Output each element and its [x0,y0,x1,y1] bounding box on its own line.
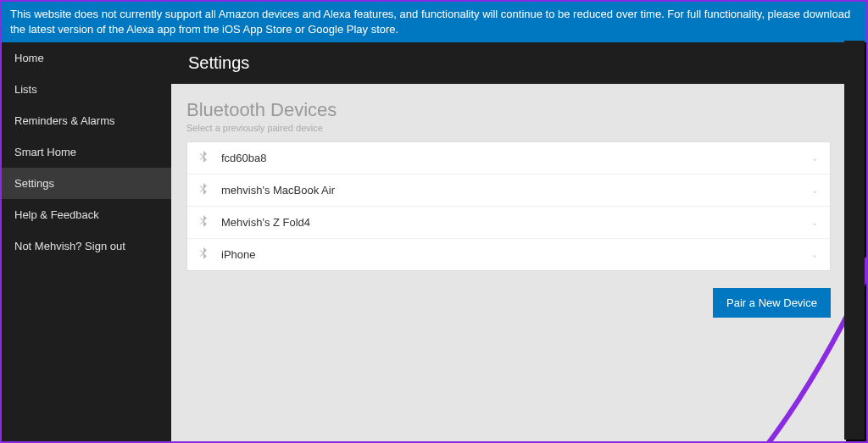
chevron-down-icon: ⌄ [811,186,818,195]
right-gutter [844,41,865,440]
bluetooth-icon [199,151,208,165]
sidebar-item-signout[interactable]: Not Mehvish? Sign out [2,230,171,262]
section-title: Bluetooth Devices [186,99,831,121]
warning-banner-text: This website does not currently support … [10,8,850,36]
sidebar-item-settings[interactable]: Settings [2,168,171,199]
sidebar-item-label: Home [14,52,44,64]
device-row[interactable]: iPhone ⌄ [187,239,830,270]
sidebar-item-lists[interactable]: Lists [2,74,171,105]
pair-button-label: Pair a New Device [726,296,817,309]
chevron-down-icon: ⌄ [811,153,818,163]
device-row[interactable]: fcd60ba8 ⌄ [187,142,830,174]
page-header: Settings [171,42,846,84]
device-list: fcd60ba8 ⌄ mehvish's MacBook Air ⌄ Mehvi… [186,141,831,271]
device-name: Mehvish's Z Fold4 [221,216,811,229]
device-name: mehvish's MacBook Air [221,184,811,197]
sidebar-item-label: Not Mehvish? Sign out [14,240,125,252]
bluetooth-icon [199,215,208,230]
sidebar: Home Lists Reminders & Alarms Smart Home… [2,42,171,443]
device-name: fcd60ba8 [221,152,811,164]
section-subtitle: Select a previously paired device [186,123,831,133]
sidebar-item-label: Smart Home [14,146,76,158]
content-area: Bluetooth Devices Select a previously pa… [171,84,846,443]
sidebar-item-reminders[interactable]: Reminders & Alarms [2,105,171,136]
sidebar-item-label: Reminders & Alarms [14,114,114,127]
sidebar-item-help[interactable]: Help & Feedback [2,199,171,230]
sidebar-item-label: Settings [14,177,54,190]
chevron-down-icon: ⌄ [811,218,818,227]
device-row[interactable]: Mehvish's Z Fold4 ⌄ [187,207,830,239]
sidebar-item-label: Lists [14,83,37,96]
sidebar-item-home[interactable]: Home [2,42,171,74]
sidebar-item-label: Help & Feedback [14,208,99,221]
pair-new-device-button[interactable]: Pair a New Device [713,288,831,318]
chevron-down-icon: ⌄ [811,250,818,259]
page-title: Settings [188,53,249,72]
bluetooth-icon [199,247,208,262]
device-row[interactable]: mehvish's MacBook Air ⌄ [187,174,830,207]
device-name: iPhone [221,248,811,261]
warning-banner: This website does not currently support … [2,2,866,42]
sidebar-item-smart-home[interactable]: Smart Home [2,136,171,168]
bluetooth-icon [199,183,208,197]
